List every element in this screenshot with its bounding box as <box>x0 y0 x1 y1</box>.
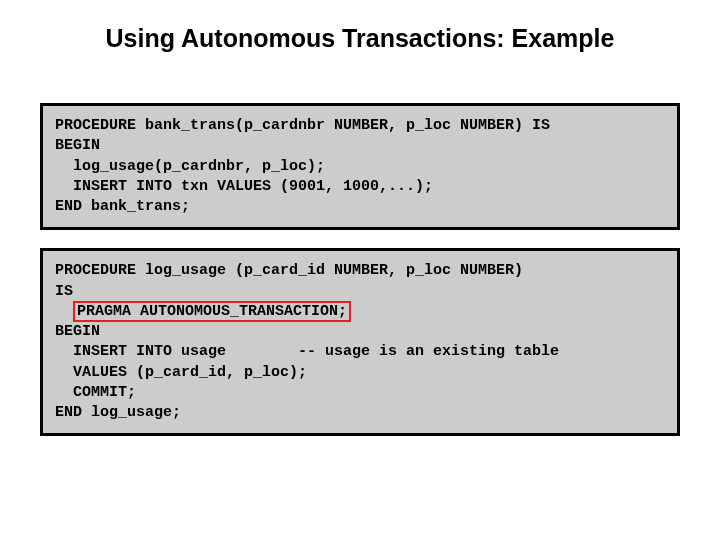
code-line: BEGIN <box>55 137 100 154</box>
code-line: PROCEDURE bank_trans(p_cardnbr NUMBER, p… <box>55 117 550 134</box>
code-line: PROCEDURE log_usage (p_card_id NUMBER, p… <box>55 262 523 279</box>
code-line: END log_usage; <box>55 404 181 421</box>
code-line: VALUES (p_card_id, p_loc); <box>55 364 307 381</box>
code-block-log-usage: PROCEDURE log_usage (p_card_id NUMBER, p… <box>40 248 680 436</box>
slide: Using Autonomous Transactions: Example P… <box>0 0 720 540</box>
code-line: BEGIN <box>55 323 100 340</box>
page-title: Using Autonomous Transactions: Example <box>0 24 720 53</box>
code-line: COMMIT; <box>55 384 145 401</box>
code-line: INSERT INTO usage -- usage is an existin… <box>55 343 559 360</box>
code-line: INSERT INTO txn VALUES (9001, 1000,...); <box>55 178 433 195</box>
code-line: END bank_trans; <box>55 198 190 215</box>
code-block-bank-trans: PROCEDURE bank_trans(p_cardnbr NUMBER, p… <box>40 103 680 230</box>
code-line-indent <box>55 303 73 320</box>
pragma-highlight: PRAGMA AUTONOMOUS_TRANSACTION; <box>73 301 351 322</box>
code-line: IS <box>55 283 73 300</box>
code-line: log_usage(p_cardnbr, p_loc); <box>55 158 334 175</box>
